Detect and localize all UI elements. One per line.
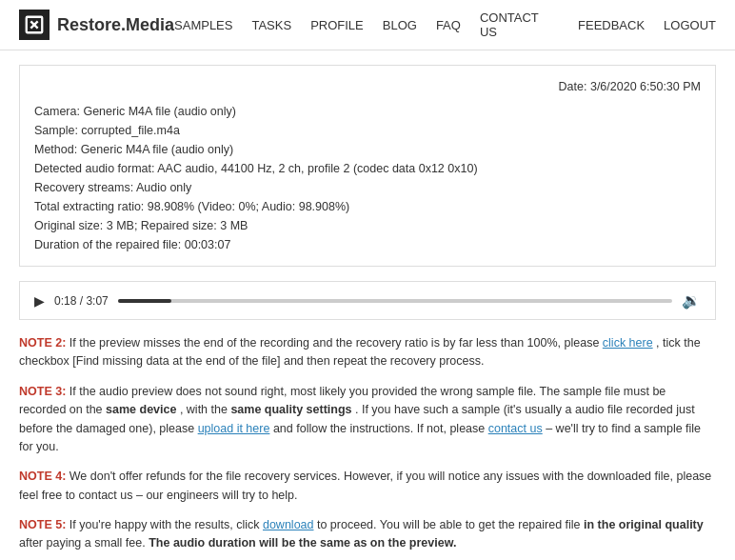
nav-blog[interactable]: BLOG (383, 18, 417, 32)
nav-profile[interactable]: PROFILE (310, 18, 364, 32)
note-2-label: NOTE 2: (19, 336, 66, 350)
note-3-link1[interactable]: upload it here (198, 422, 270, 435)
note-2-link[interactable]: click here (603, 336, 653, 350)
logo: Restore.Media (19, 10, 174, 40)
note-3: NOTE 3: If the audio preview does not so… (19, 383, 716, 457)
info-box: Date: 3/6/2020 6:50:30 PM Camera: Generi… (19, 65, 716, 267)
progress-fill (118, 299, 171, 303)
info-line-1: Sample: corrupted_file.m4a (34, 121, 701, 140)
note-2-text-before: If the preview misses the end of the rec… (70, 336, 603, 350)
note-4-text: We don't offer refunds for the file reco… (19, 470, 711, 501)
note-3-text2: , with the (180, 403, 231, 416)
info-line-4: Recovery streams: Audio only (34, 178, 701, 197)
note-5-link[interactable]: download (263, 518, 314, 531)
time-total: 3:07 (86, 294, 108, 308)
play-button[interactable]: ▶ (34, 293, 45, 309)
nav-samples[interactable]: SAMPLES (174, 18, 232, 32)
note-3-link2[interactable]: contact us (488, 422, 543, 435)
header: Restore.Media SAMPLES TASKS PROFILE BLOG… (0, 0, 735, 50)
main-nav: SAMPLES TASKS PROFILE BLOG FAQ CONTACT U… (174, 10, 716, 39)
note-3-label: NOTE 3: (19, 385, 66, 398)
nav-faq[interactable]: FAQ (436, 18, 461, 32)
note-5-text-after-link: to proceed. You will be able to get the … (317, 518, 584, 531)
note-3-bold1: same device (106, 403, 176, 416)
note-5-bold2: The audio duration will be the same as o… (149, 536, 456, 550)
note-3-bold2: same quality settings (230, 403, 351, 416)
note-5-text-before: If you're happy with the results, click (70, 518, 263, 531)
info-line-5: Total extracting ratio: 98.908% (Video: … (34, 197, 701, 216)
info-date: Date: 3/6/2020 6:50:30 PM (34, 77, 701, 96)
nav-tasks[interactable]: TASKS (251, 18, 291, 32)
info-line-6: Original size: 3 MB; Repaired size: 3 MB (34, 216, 701, 235)
info-line-2: Method: Generic M4A file (audio only) (34, 140, 701, 159)
nav-feedback[interactable]: FEEDBACK (578, 18, 645, 32)
time-current: 0:18 (54, 294, 76, 308)
note-4: NOTE 4: We don't offer refunds for the f… (19, 468, 716, 505)
note-5-bold1: in the original quality (584, 518, 704, 531)
time-display: 0:18 / 3:07 (54, 294, 109, 308)
note-5: NOTE 5: If you're happy with the results… (19, 516, 716, 553)
audio-player: ▶ 0:18 / 3:07 🔉 (19, 281, 716, 320)
notes-section: NOTE 2: If the preview misses the end of… (19, 334, 716, 553)
note-3-text4: and follow the instructions. If not, ple… (273, 422, 488, 435)
info-line-0: Camera: Generic M4A file (audio only) (34, 102, 701, 121)
info-line-3: Detected audio format: AAC audio, 44100 … (34, 159, 701, 178)
info-line-7: Duration of the repaired file: 00:03:07 (34, 235, 701, 254)
note-5-text-mid: after paying a small fee. (19, 536, 149, 550)
note-5-label: NOTE 5: (19, 518, 66, 531)
note-4-label: NOTE 4: (19, 470, 66, 483)
logo-text: Restore.Media (57, 15, 174, 35)
volume-icon[interactable]: 🔉 (682, 291, 701, 310)
nav-contact-us[interactable]: CONTACT US (480, 10, 559, 39)
logo-icon (19, 10, 50, 40)
nav-logout[interactable]: LOGOUT (664, 18, 716, 32)
main-content: Date: 3/6/2020 6:50:30 PM Camera: Generi… (0, 50, 735, 560)
progress-bar[interactable] (118, 299, 672, 303)
note-2: NOTE 2: If the preview misses the end of… (19, 334, 716, 371)
